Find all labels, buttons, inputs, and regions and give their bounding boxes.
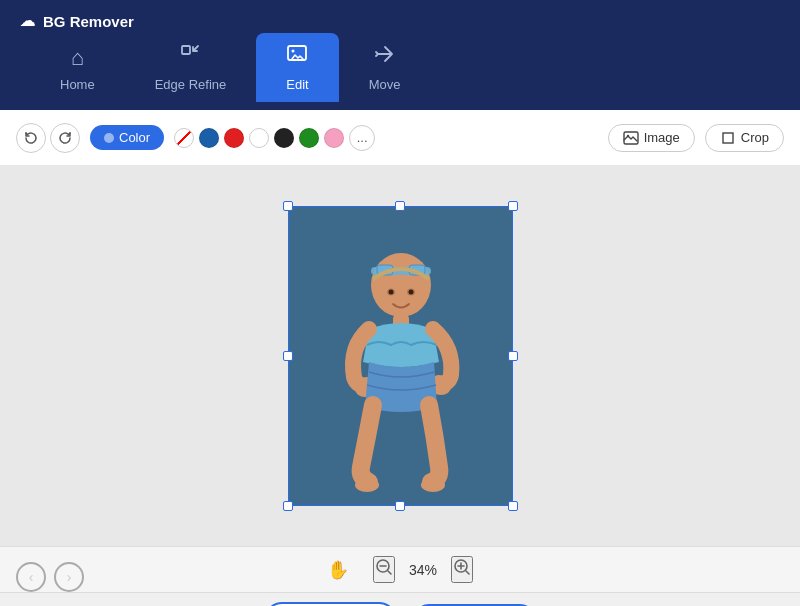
svg-point-4 <box>626 134 628 136</box>
toolbar: Color ... Image Crop <box>0 110 800 166</box>
svg-line-22 <box>388 571 391 574</box>
image-container[interactable] <box>288 206 513 506</box>
zoom-bar: ✋ 34% <box>0 546 800 592</box>
more-colors-button[interactable]: ... <box>349 125 375 151</box>
more-colors-icon: ... <box>357 130 368 145</box>
svg-point-19 <box>408 290 413 295</box>
svg-point-14 <box>355 478 379 492</box>
nav-item-home[interactable]: ⌂ Home <box>30 35 125 102</box>
swatch-pink[interactable] <box>324 128 344 148</box>
crop-button[interactable]: Crop <box>705 124 784 152</box>
new-image-button[interactable]: New Image <box>264 602 397 607</box>
zoom-out-button[interactable] <box>373 556 395 583</box>
swatch-green[interactable] <box>299 128 319 148</box>
nav-item-edge-refine[interactable]: Edge Refine <box>125 33 257 102</box>
home-icon: ⌂ <box>71 45 84 71</box>
handle-top-left[interactable] <box>283 201 293 211</box>
child-figure-svg <box>289 207 513 506</box>
app-logo: ☁ BG Remover <box>20 12 134 30</box>
nav-label-move: Move <box>369 77 401 92</box>
color-swatches: ... <box>174 125 375 151</box>
nav-bar: ⌂ Home Edge Refine <box>20 9 780 102</box>
handle-bottom-mid[interactable] <box>395 501 405 511</box>
svg-point-18 <box>388 290 393 295</box>
handle-left-mid[interactable] <box>283 351 293 361</box>
app-header: ☁ BG Remover ⌂ Home Edge Refine <box>0 0 800 110</box>
grab-icon: ✋ <box>327 559 349 581</box>
swatch-white[interactable] <box>249 128 269 148</box>
svg-line-26 <box>466 571 469 574</box>
prev-page-button[interactable]: ‹ <box>16 562 46 592</box>
color-button[interactable]: Color <box>90 125 164 150</box>
handle-top-right[interactable] <box>508 201 518 211</box>
swatch-black[interactable] <box>274 128 294 148</box>
crop-label: Crop <box>741 130 769 145</box>
handle-right-mid[interactable] <box>508 351 518 361</box>
next-page-button[interactable]: › <box>54 562 84 592</box>
color-label: Color <box>119 130 150 145</box>
canvas-area <box>0 166 800 546</box>
nav-label-edge-refine: Edge Refine <box>155 77 227 92</box>
color-dot <box>104 133 114 143</box>
swatch-blue[interactable] <box>199 128 219 148</box>
edge-refine-icon <box>179 43 201 71</box>
image-icon <box>623 130 639 146</box>
crop-icon <box>720 130 736 146</box>
cloud-icon: ☁ <box>20 12 35 30</box>
page-nav: ‹ › <box>16 562 84 592</box>
nav-item-move[interactable]: Move <box>339 33 431 102</box>
swatch-transparent[interactable] <box>174 128 194 148</box>
svg-rect-5 <box>723 133 733 143</box>
undo-redo-group <box>16 123 80 153</box>
handle-bottom-right[interactable] <box>508 501 518 511</box>
redo-button[interactable] <box>50 123 80 153</box>
undo-button[interactable] <box>16 123 46 153</box>
edit-icon <box>286 43 308 71</box>
image-frame <box>288 206 513 506</box>
image-label: Image <box>644 130 680 145</box>
swatch-red[interactable] <box>224 128 244 148</box>
zoom-in-button[interactable] <box>451 556 473 583</box>
svg-rect-0 <box>182 46 190 54</box>
svg-point-2 <box>292 49 295 52</box>
nav-label-edit: Edit <box>286 77 308 92</box>
handle-bottom-left[interactable] <box>283 501 293 511</box>
zoom-percent: 34% <box>409 562 437 578</box>
handle-top-mid[interactable] <box>395 201 405 211</box>
app-title: BG Remover <box>43 13 134 30</box>
nav-item-edit[interactable]: Edit <box>256 33 338 102</box>
nav-label-home: Home <box>60 77 95 92</box>
action-bar: ‹ › New Image Download <box>0 592 800 606</box>
move-icon <box>374 43 396 71</box>
svg-point-15 <box>421 478 445 492</box>
image-button[interactable]: Image <box>608 124 695 152</box>
